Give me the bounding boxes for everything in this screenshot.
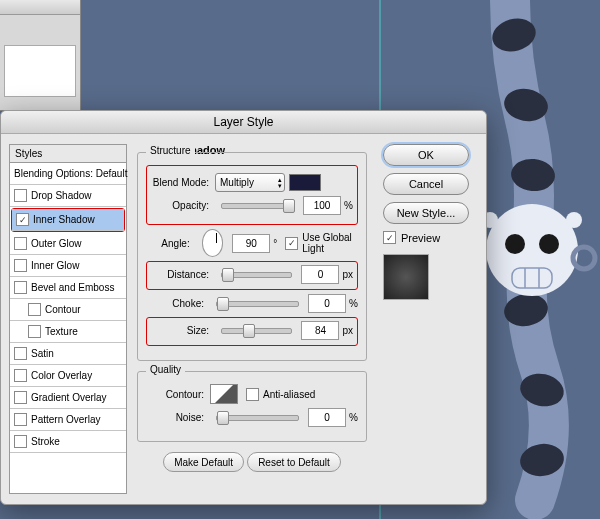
svg-rect-13	[512, 268, 552, 288]
angle-label: Angle:	[146, 238, 190, 249]
choke-input[interactable]	[308, 294, 346, 313]
style-item-color-overlay[interactable]: Color Overlay	[10, 365, 126, 387]
opacity-label: Opacity:	[151, 200, 209, 211]
distance-label: Distance:	[151, 269, 209, 280]
svg-point-12	[566, 212, 582, 228]
blend-mode-select[interactable]: Multiply▴▾	[215, 173, 285, 192]
checkbox[interactable]	[14, 413, 27, 426]
angle-input[interactable]	[232, 234, 270, 253]
style-item-texture[interactable]: Texture	[10, 321, 126, 343]
structure-fieldset: Structure Blend Mode: Multiply▴▾ Opacity…	[137, 152, 367, 361]
settings-column: Inner Shadow Structure Blend Mode: Multi…	[127, 144, 377, 494]
style-item-satin[interactable]: Satin	[10, 343, 126, 365]
quality-fieldset: Quality Contour: Anti-aliased Noise: %	[137, 371, 367, 442]
svg-point-9	[505, 234, 525, 254]
angle-dial[interactable]	[202, 229, 224, 257]
checkbox[interactable]	[14, 237, 27, 250]
distance-input[interactable]	[301, 265, 339, 284]
checkbox[interactable]: ✓	[16, 213, 29, 226]
style-item-bevel[interactable]: Bevel and Emboss	[10, 277, 126, 299]
style-item-contour[interactable]: Contour	[10, 299, 126, 321]
ok-button[interactable]: OK	[383, 144, 469, 166]
checkbox[interactable]	[14, 259, 27, 272]
layer-style-dialog: Layer Style Styles Blending Options: Def…	[0, 110, 487, 505]
preview-swatch	[383, 254, 429, 300]
checkbox[interactable]	[28, 303, 41, 316]
antialiased-checkbox[interactable]	[246, 388, 259, 401]
preview-label: Preview	[401, 232, 440, 244]
blend-mode-label: Blend Mode:	[151, 177, 209, 188]
global-light-label: Use Global Light	[302, 232, 358, 254]
checkbox[interactable]	[14, 189, 27, 202]
style-item-stroke[interactable]: Stroke	[10, 431, 126, 453]
style-item-inner-glow[interactable]: Inner Glow	[10, 255, 126, 277]
styles-list: Blending Options: Default Drop Shadow ✓I…	[9, 162, 127, 494]
highlight-blend-opacity: Blend Mode: Multiply▴▾ Opacity: %	[146, 165, 358, 225]
style-item-drop-shadow[interactable]: Drop Shadow	[10, 185, 126, 207]
cancel-button[interactable]: Cancel	[383, 173, 469, 195]
noise-slider[interactable]	[216, 415, 299, 421]
contour-picker[interactable]	[210, 384, 238, 404]
shadow-color-swatch[interactable]	[289, 174, 321, 191]
action-column: OK Cancel New Style... ✓ Preview	[377, 144, 478, 494]
opacity-input[interactable]	[303, 196, 341, 215]
contour-label: Contour:	[146, 389, 204, 400]
dialog-title[interactable]: Layer Style	[1, 111, 486, 134]
choke-label: Choke:	[146, 298, 204, 309]
highlight-size: Size: px	[146, 317, 358, 346]
choke-slider[interactable]	[216, 301, 299, 307]
global-light-checkbox[interactable]: ✓	[285, 237, 298, 250]
checkbox[interactable]	[14, 369, 27, 382]
panel-fragment	[0, 0, 81, 111]
distance-slider[interactable]	[221, 272, 292, 278]
style-item-pattern-overlay[interactable]: Pattern Overlay	[10, 409, 126, 431]
antialiased-label: Anti-aliased	[263, 389, 315, 400]
svg-point-10	[539, 234, 559, 254]
styles-column: Styles Blending Options: Default Drop Sh…	[9, 144, 127, 494]
checkbox[interactable]	[14, 391, 27, 404]
size-slider[interactable]	[221, 328, 292, 334]
preview-checkbox[interactable]: ✓	[383, 231, 396, 244]
noise-input[interactable]	[308, 408, 346, 427]
checkbox[interactable]	[14, 347, 27, 360]
checkbox[interactable]	[14, 281, 27, 294]
make-default-button[interactable]: Make Default	[163, 452, 244, 472]
new-style-button[interactable]: New Style...	[383, 202, 469, 224]
style-item-outer-glow[interactable]: Outer Glow	[10, 233, 126, 255]
checkbox[interactable]	[14, 435, 27, 448]
highlight-distance: Distance: px	[146, 261, 358, 290]
structure-legend: Structure	[146, 145, 195, 156]
opacity-slider[interactable]	[221, 203, 294, 209]
quality-legend: Quality	[146, 364, 185, 375]
style-item-blending[interactable]: Blending Options: Default	[10, 163, 126, 185]
checkbox[interactable]	[28, 325, 41, 338]
styles-header[interactable]: Styles	[9, 144, 127, 162]
size-input[interactable]	[301, 321, 339, 340]
noise-label: Noise:	[146, 412, 204, 423]
size-label: Size:	[151, 325, 209, 336]
style-item-inner-shadow[interactable]: ✓Inner Shadow	[12, 209, 124, 231]
style-item-gradient-overlay[interactable]: Gradient Overlay	[10, 387, 126, 409]
reset-default-button[interactable]: Reset to Default	[247, 452, 341, 472]
